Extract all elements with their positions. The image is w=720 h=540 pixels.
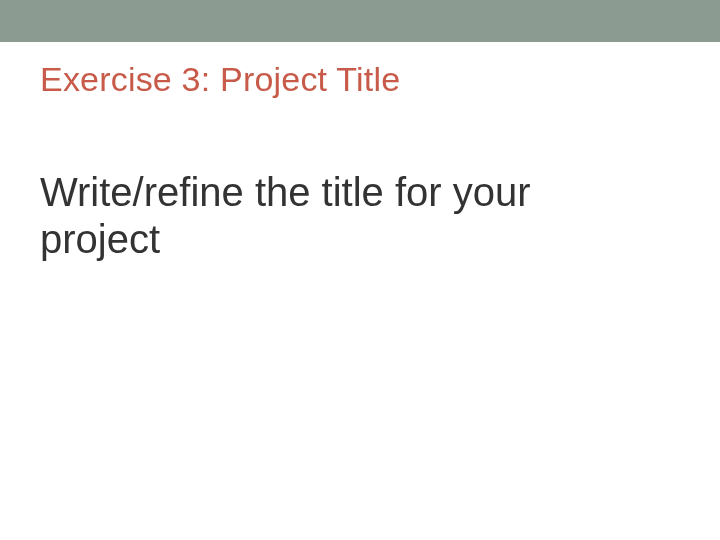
slide-body: Write/refine the title for your project	[0, 99, 640, 263]
slide-heading: Exercise 3: Project Title	[0, 42, 720, 99]
top-bar	[0, 0, 720, 42]
